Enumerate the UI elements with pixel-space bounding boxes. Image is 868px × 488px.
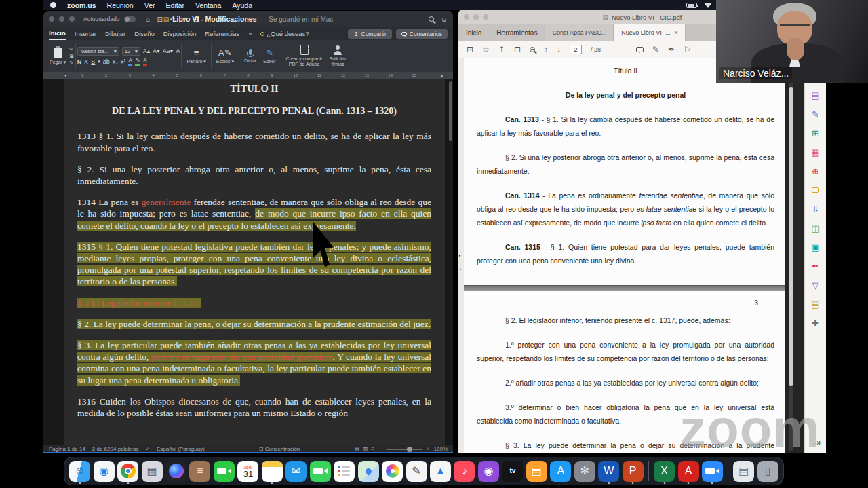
dock-apple-tv[interactable]: tv	[501, 458, 524, 484]
tab-inicio[interactable]: Inicio	[49, 27, 66, 40]
underline-dropdown[interactable]: ▾	[98, 59, 100, 64]
more-tools-icon[interactable]: ✚	[809, 316, 823, 330]
italic-button[interactable]: K	[84, 58, 88, 65]
dock-contacts[interactable]: ≡	[189, 458, 211, 484]
compare-files-icon[interactable]: ◫	[809, 221, 823, 235]
compress-pdf-icon[interactable]: ▣	[809, 240, 823, 254]
text-effects-button[interactable]: A	[128, 58, 132, 66]
superscript-button[interactable]: x²	[121, 58, 126, 65]
maximize-window-button[interactable]	[483, 14, 488, 20]
grow-font-button[interactable]: A▴	[143, 48, 151, 54]
paste-button[interactable]: Pegar ▾	[46, 41, 69, 71]
tab-dibujar[interactable]: Dibujar	[105, 27, 125, 40]
protect-pdf-icon[interactable]: ▽	[809, 278, 823, 292]
webcam-video[interactable]: Narciso Veláz...	[716, 0, 868, 83]
apple-menu-icon[interactable]	[50, 2, 56, 8]
page-count[interactable]: Página 1 de 14	[49, 446, 85, 452]
dock-siri[interactable]	[165, 458, 187, 484]
fill-sign-icon[interactable]: ⚐	[684, 45, 691, 54]
language-label[interactable]: Español (Paraguay)	[157, 446, 205, 452]
request-signatures-button[interactable]: Solicitarfirmas	[326, 41, 350, 71]
dock-trash[interactable]: ▯	[757, 458, 779, 484]
page-down-icon[interactable]: ↓	[557, 45, 561, 54]
dock-mail[interactable]: ✉	[285, 458, 307, 484]
dock-keynote[interactable]: ▲	[429, 458, 452, 484]
dock-chrome[interactable]	[117, 458, 139, 484]
zoom-slider-knob[interactable]	[407, 447, 412, 452]
menu-zoom.us[interactable]: zoom.us	[67, 1, 96, 10]
dock-notes[interactable]	[261, 458, 283, 484]
document-page[interactable]: TÍTULO IIDE LA LEY PENAL Y DEL PRECEPTO …	[64, 79, 445, 445]
dock-textedit[interactable]: ✎	[405, 458, 427, 484]
comments-icon[interactable]	[809, 183, 823, 197]
dock-app-store[interactable]: A	[549, 458, 572, 484]
menu-editar[interactable]: Editar	[165, 1, 184, 10]
menu-reunión[interactable]: Reunión	[107, 1, 134, 10]
dock-word[interactable]: W	[597, 458, 620, 484]
web-layout-icon[interactable]: ▥	[363, 446, 368, 452]
strikethrough-button[interactable]: ab	[103, 58, 110, 65]
dock-photos[interactable]	[381, 458, 403, 484]
dock-system-preferences[interactable]: ✻	[574, 458, 596, 484]
star-icon[interactable]: ☆	[482, 45, 490, 54]
font-color-button[interactable]: A	[143, 58, 147, 66]
tab-insertar[interactable]: Insertar	[75, 27, 96, 40]
dock-acrobat[interactable]: A	[677, 458, 699, 484]
export-pdf-icon[interactable]: ▤	[809, 88, 823, 102]
styles-menu[interactable]: A✎ Estilos ▾	[213, 41, 237, 71]
scrollbar-thumb[interactable]	[789, 87, 793, 386]
save-icon[interactable]: ⊡	[467, 45, 473, 54]
highlight-icon[interactable]: ✎	[652, 45, 659, 54]
dock-reminders[interactable]	[333, 458, 355, 484]
dock-maps[interactable]	[357, 458, 379, 484]
dock-messages[interactable]	[309, 458, 332, 484]
ribbon-overflow-chevron[interactable]: »	[248, 27, 252, 40]
pane-expand-icon[interactable]: ◂	[459, 267, 461, 271]
comments-button[interactable]: Comentarios	[396, 29, 448, 39]
paragraph-menu[interactable]: ≡ Párrafo ▾	[183, 41, 209, 71]
word-scrollbar[interactable]	[449, 81, 452, 432]
dock-safari[interactable]: ◉	[92, 458, 115, 484]
dock-books[interactable]: ▤	[526, 458, 548, 484]
editor-button[interactable]: ✎ Editor	[260, 41, 279, 71]
maximize-window-button[interactable]	[69, 16, 75, 22]
focus-mode-label[interactable]: Concentración	[265, 446, 300, 452]
dock-calendar[interactable]: AGO.31	[237, 458, 259, 484]
subscript-button[interactable]: x₂	[113, 58, 118, 65]
pdf-page-2[interactable]: Título IIDe la ley penal y del precepto …	[464, 58, 785, 285]
tab-diseño[interactable]: Diseño	[134, 27, 155, 40]
dock-facetime[interactable]	[213, 458, 235, 484]
zoom-slider[interactable]	[386, 449, 422, 450]
share-button[interactable]: ↥Compartir	[348, 29, 391, 39]
menu-ayuda[interactable]: Ayuda	[232, 1, 252, 10]
copy-icon[interactable]: ▣	[69, 54, 74, 59]
close-window-button[interactable]	[464, 14, 469, 20]
word-count[interactable]: 2 de 6294 palabras	[92, 446, 139, 452]
font-name-select[interactable]: -webkit-sta...▾	[77, 47, 119, 56]
zoom-in-button[interactable]: +	[427, 446, 430, 452]
fill-sign-icon[interactable]: ✒	[809, 259, 823, 273]
dictate-button[interactable]: Dictar	[241, 41, 260, 71]
document-tab[interactable]: Nuevo Libro VI -...×	[614, 24, 686, 41]
shrink-font-button[interactable]: A▾	[153, 48, 160, 54]
dock-downloads-stack[interactable]: ▤	[732, 458, 755, 484]
close-window-button[interactable]	[49, 16, 54, 22]
autosave-toggle[interactable]	[124, 16, 136, 22]
clear-format-button[interactable]: A	[176, 48, 180, 54]
menu-tab-herramientas[interactable]: Herramientas	[489, 24, 545, 41]
print-icon[interactable]: ⊟	[514, 45, 521, 54]
minimize-window-button[interactable]	[59, 16, 64, 22]
format-painter-icon[interactable]: ✎	[69, 60, 74, 66]
change-case-button[interactable]: Aa▾	[163, 48, 174, 54]
page-up-icon[interactable]: ↑	[544, 45, 548, 54]
underline-button[interactable]: S	[91, 58, 95, 65]
dock-excel[interactable]: X	[653, 458, 675, 484]
share-file-icon[interactable]: ⇩	[809, 202, 823, 216]
document-tab[interactable]: Const Apca PASC...	[545, 24, 614, 41]
dock-powerpoint[interactable]: P	[621, 458, 644, 484]
dock-finder[interactable]: ☺	[68, 458, 91, 484]
ruler[interactable]: ▼ 123456789101112131415 ▲	[43, 72, 453, 79]
tell-me-box[interactable]: ¿Qué deseas?	[260, 27, 309, 40]
nav-pane-strip[interactable]: ▸ ◂	[458, 58, 464, 453]
search-icon[interactable]	[429, 16, 434, 22]
